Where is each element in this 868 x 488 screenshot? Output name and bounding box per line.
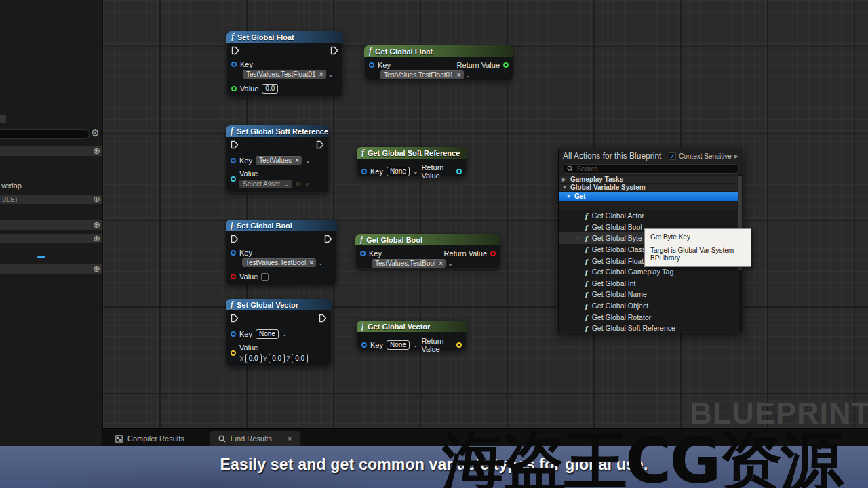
gameplay-tag-input[interactable]: TestValues.TestBool × bbox=[372, 259, 446, 268]
chevron-down-icon[interactable]: ⌄ bbox=[413, 168, 418, 175]
value-pin[interactable] bbox=[231, 176, 236, 182]
gameplay-tag-input[interactable]: TestValues.TestFloat01 × bbox=[243, 70, 326, 79]
search-input[interactable] bbox=[576, 165, 734, 173]
plus-icon[interactable]: ⊕ bbox=[93, 264, 100, 273]
node-header[interactable]: f Set Global Float bbox=[226, 31, 343, 43]
action-item[interactable]: fGet Global Int bbox=[559, 278, 737, 289]
node-get-global-soft-reference[interactable]: f Get Global Soft Reference Key None ⌄ R… bbox=[357, 147, 467, 177]
expand-arrow-icon[interactable]: ▶ bbox=[734, 153, 738, 159]
node-get-global-float[interactable]: f Get Global Float Key Return Value Test… bbox=[364, 45, 513, 81]
node-header[interactable]: f Get Global Vector bbox=[357, 321, 467, 332]
sidebar-search-bar[interactable] bbox=[0, 129, 90, 139]
key-pin[interactable] bbox=[360, 251, 366, 256]
sidebar-category-row[interactable]: ⊕ bbox=[0, 220, 103, 230]
category-gameplay-tasks[interactable]: ▶ Gameplay Tasks bbox=[559, 176, 743, 184]
node-set-global-float[interactable]: f Set Global Float Key TestValues.TestFl… bbox=[226, 31, 343, 97]
node-header[interactable]: f Set Global Bool bbox=[226, 220, 337, 231]
sidebar-category-row[interactable]: ⊕ bbox=[0, 234, 103, 243]
key-pin[interactable] bbox=[231, 331, 236, 337]
exec-out-pin[interactable] bbox=[316, 140, 324, 149]
sidebar-tab-stub[interactable] bbox=[0, 115, 6, 123]
exec-out-pin[interactable] bbox=[330, 46, 338, 55]
gear-icon[interactable]: ⚙ bbox=[91, 128, 100, 138]
chevron-down-icon[interactable]: ⌄ bbox=[318, 260, 323, 266]
value-pin[interactable] bbox=[231, 86, 237, 92]
node-header[interactable]: f Set Global Soft Reference bbox=[226, 125, 329, 137]
node-header[interactable]: f Get Global Soft Reference bbox=[357, 147, 467, 159]
expanded-triangle-icon[interactable]: ▼ bbox=[566, 194, 572, 199]
plus-icon[interactable]: ⊕ bbox=[93, 234, 100, 243]
exec-out-pin[interactable] bbox=[319, 314, 327, 323]
clear-tag-icon[interactable]: × bbox=[319, 71, 323, 78]
return-value-pin[interactable] bbox=[503, 62, 509, 68]
tab-compiler-results[interactable]: Compiler Results bbox=[107, 431, 193, 446]
key-pin[interactable] bbox=[361, 342, 367, 348]
key-dropdown[interactable]: None bbox=[387, 167, 410, 176]
return-value-pin[interactable] bbox=[456, 169, 462, 174]
checkbox-checked-icon[interactable]: ✓ bbox=[669, 152, 676, 160]
key-pin[interactable] bbox=[361, 169, 367, 174]
blue-dash-indicator[interactable] bbox=[37, 256, 45, 258]
clear-tag-icon[interactable]: × bbox=[457, 72, 461, 79]
z-value-input[interactable]: 0.0 bbox=[292, 354, 308, 363]
favorite-star-icon[interactable]: ☆ bbox=[574, 235, 581, 241]
sidebar-category-row[interactable]: ⊕ bbox=[0, 264, 103, 274]
plus-icon[interactable]: ⊕ bbox=[93, 146, 100, 155]
close-icon[interactable]: × bbox=[288, 434, 292, 443]
chevron-down-icon[interactable]: ⌄ bbox=[305, 157, 311, 164]
context-sensitive-toggle[interactable]: ✓ Context Sensitive ▶ bbox=[669, 152, 738, 160]
node-header[interactable]: f Get Global Float bbox=[364, 45, 513, 57]
exec-in-pin[interactable] bbox=[231, 235, 239, 243]
y-value-input[interactable]: 0.0 bbox=[269, 354, 285, 363]
node-header[interactable]: f Get Global Bool bbox=[355, 234, 500, 245]
node-header[interactable]: f Set Global Vector bbox=[226, 299, 332, 310]
clear-tag-icon[interactable]: × bbox=[309, 260, 313, 266]
node-set-global-soft-reference[interactable]: f Set Global Soft Reference Key TestValu… bbox=[226, 125, 329, 193]
asset-picker-dropdown[interactable]: Select Asset ⌄ bbox=[239, 180, 292, 188]
key-pin[interactable] bbox=[231, 158, 236, 163]
key-pin[interactable] bbox=[369, 62, 374, 68]
chevron-down-icon[interactable]: ⌄ bbox=[448, 260, 453, 267]
chevron-down-icon[interactable]: ⌄ bbox=[282, 331, 288, 338]
return-value-pin[interactable] bbox=[490, 251, 496, 256]
x-value-input[interactable]: 0.0 bbox=[245, 354, 262, 363]
action-item[interactable]: fGet Global Soft Reference bbox=[559, 323, 737, 332]
browse-asset-icon[interactable]: ⌕ bbox=[305, 180, 309, 188]
chevron-down-icon[interactable]: ⌄ bbox=[328, 71, 334, 78]
action-item[interactable]: fGet Global Object bbox=[559, 300, 737, 312]
key-pin[interactable] bbox=[231, 250, 236, 256]
gameplay-tag-input[interactable]: TestValues.TestBool × bbox=[242, 258, 316, 267]
exec-out-pin[interactable] bbox=[324, 235, 332, 243]
return-value-pin[interactable] bbox=[456, 342, 462, 348]
panel-divider[interactable] bbox=[102, 0, 103, 446]
actions-search-bar[interactable] bbox=[562, 164, 739, 174]
category-get-selected[interactable]: ▼ Get bbox=[559, 192, 743, 201]
key-pin[interactable] bbox=[231, 62, 237, 67]
expanded-triangle-icon[interactable]: ▼ bbox=[562, 185, 568, 190]
exec-in-pin[interactable] bbox=[231, 140, 239, 149]
key-dropdown[interactable]: None bbox=[256, 329, 279, 339]
clear-tag-icon[interactable]: × bbox=[295, 157, 299, 164]
plus-icon[interactable]: ⊕ bbox=[93, 220, 100, 229]
action-item[interactable]: fGet Global Gameplay Tag bbox=[559, 266, 737, 278]
plus-icon[interactable]: ⊕ bbox=[93, 195, 100, 203]
exec-in-pin[interactable] bbox=[231, 46, 239, 55]
action-item[interactable]: fGet Global Name bbox=[559, 289, 737, 300]
value-pin[interactable] bbox=[231, 350, 236, 356]
node-get-global-vector[interactable]: f Get Global Vector Key None ⌄ Return Va… bbox=[357, 321, 467, 350]
node-set-global-vector[interactable]: f Set Global Vector Key None ⌄ Value X 0… bbox=[226, 299, 332, 367]
collapsed-triangle-icon[interactable]: ▶ bbox=[562, 177, 568, 182]
clear-tag-icon[interactable]: × bbox=[439, 260, 443, 267]
gameplay-tag-input[interactable]: TestValues.TestFloat01 × bbox=[380, 70, 464, 79]
float-value-input[interactable]: 0.0 bbox=[262, 84, 278, 94]
tab-find-results[interactable]: Find Results × bbox=[210, 431, 300, 446]
node-set-global-bool[interactable]: f Set Global Bool Key TestValues.TestBoo… bbox=[226, 220, 337, 285]
value-pin[interactable] bbox=[231, 274, 236, 279]
exec-in-pin[interactable] bbox=[231, 314, 239, 323]
chevron-down-icon[interactable]: ⌄ bbox=[466, 72, 471, 79]
node-get-global-bool[interactable]: f Get Global Bool Key Return Value TestV… bbox=[355, 234, 500, 269]
bool-value-checkbox[interactable] bbox=[261, 273, 269, 281]
action-item[interactable]: fGet Global Actor bbox=[559, 210, 737, 222]
gameplay-tag-input[interactable]: TestValues × bbox=[256, 156, 302, 165]
chevron-down-icon[interactable]: ⌄ bbox=[413, 342, 418, 348]
